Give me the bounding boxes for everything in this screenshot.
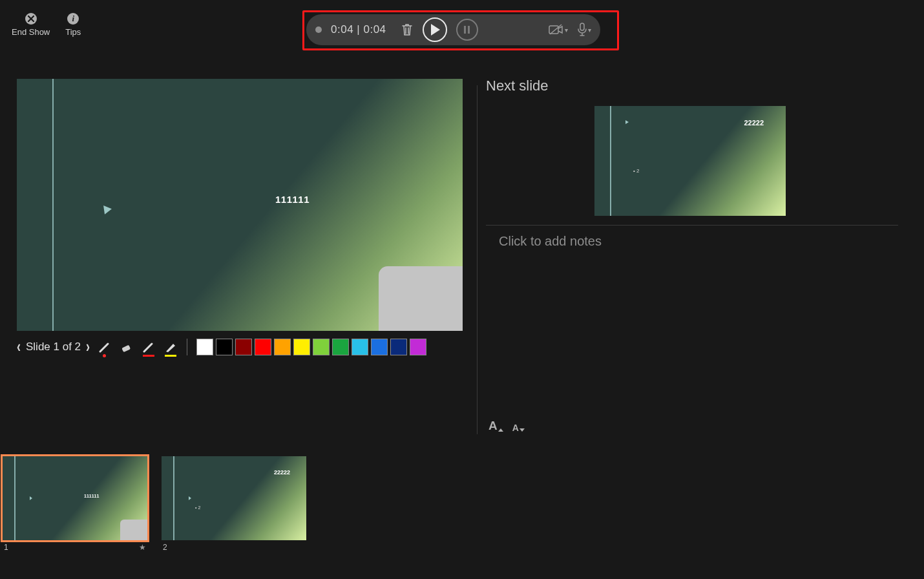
thumb-title: 22222 [274, 469, 290, 476]
slide-index-label: Slide 1 of 2 [26, 341, 81, 353]
slide-arrow-shape [103, 204, 112, 215]
font-small-glyph: A [512, 423, 519, 433]
elapsed-time: 0:04 [331, 23, 353, 36]
color-swatch[interactable] [293, 339, 310, 355]
svg-rect-3 [121, 345, 131, 352]
font-big-glyph: A [488, 419, 498, 433]
next-slide-preview: 22222 • 2 [594, 106, 786, 216]
tips-label: Tips [65, 27, 81, 37]
delete-recording-button[interactable] [401, 23, 414, 37]
pen-tool[interactable] [142, 340, 156, 354]
next-slide-title: 22222 [744, 119, 764, 127]
eraser-tool[interactable] [120, 340, 134, 354]
thumb-title: 111111 [84, 494, 99, 498]
pause-button[interactable] [456, 19, 478, 41]
record-indicator-icon [315, 26, 322, 33]
next-slide-label: Next slide [486, 78, 898, 94]
color-swatch[interactable] [196, 339, 213, 355]
notes-area[interactable]: Click to add notes [499, 234, 602, 249]
highlighter-tool[interactable] [163, 340, 178, 354]
play-button[interactable] [423, 17, 447, 42]
info-icon: i [67, 13, 79, 25]
triangle-down-icon [520, 428, 525, 432]
next-slide-bullet: • 2 [633, 168, 639, 174]
slide-title: 111111 [275, 194, 310, 205]
decrease-font-button[interactable]: A [512, 419, 525, 433]
prev-slide-button[interactable]: ‹ [17, 337, 21, 356]
camera-overlay [120, 520, 147, 540]
close-icon [25, 13, 37, 25]
color-swatch[interactable] [274, 339, 291, 355]
current-slide-preview: 111111 [17, 79, 463, 331]
toolbar-separator [187, 339, 187, 355]
svg-rect-2 [580, 23, 584, 30]
vertical-divider [477, 85, 478, 434]
color-swatch[interactable] [352, 339, 368, 355]
color-swatch[interactable] [332, 339, 349, 355]
color-swatch[interactable] [371, 339, 388, 355]
camera-toggle-button[interactable]: ▾ [549, 24, 568, 36]
color-swatch[interactable] [313, 339, 330, 355]
next-slide-button[interactable]: › [86, 337, 90, 356]
thumb-bullet: • 2 [195, 505, 200, 510]
slide-nav-toolbar: ‹ Slide 1 of 2 › [17, 339, 426, 355]
end-show-label: End Show [12, 27, 50, 37]
slide-arrow-shape [30, 496, 32, 500]
triangle-up-icon [498, 428, 503, 432]
recording-bar: 0:04 | 0:04 ▾ ▾ [306, 14, 600, 45]
chevron-down-icon: ▾ [588, 26, 591, 34]
camera-overlay [379, 266, 463, 331]
slide-arrow-shape [189, 496, 191, 500]
color-swatch[interactable] [216, 339, 233, 355]
thumbnail-strip: 1111111★22222• 22 [3, 456, 306, 552]
increase-font-button[interactable]: A [488, 419, 503, 433]
horizontal-divider [486, 225, 898, 226]
color-swatch-row [196, 339, 426, 355]
play-icon [431, 24, 440, 36]
color-swatch[interactable] [410, 339, 426, 355]
laser-pointer-tool[interactable] [98, 340, 112, 354]
recording-time: 0:04 | 0:04 [331, 23, 386, 36]
thumb-number: 2 [163, 543, 167, 552]
slide-arrow-shape [625, 120, 629, 124]
color-swatch[interactable] [390, 339, 407, 355]
next-slide-panel: Next slide 22222 • 2 [486, 78, 898, 103]
total-time: 0:04 [363, 23, 386, 36]
tips-button[interactable]: i Tips [65, 13, 81, 37]
microphone-toggle-button[interactable]: ▾ [577, 23, 591, 37]
chevron-down-icon: ▾ [565, 26, 568, 34]
thumbnail[interactable]: 22222• 22 [162, 456, 306, 552]
thumb-number: 1 [4, 543, 8, 552]
svg-rect-0 [549, 26, 558, 34]
thumbnail[interactable]: 1111111★ [3, 456, 147, 552]
color-swatch[interactable] [255, 339, 271, 355]
end-show-button[interactable]: End Show [12, 13, 50, 37]
star-icon: ★ [139, 543, 146, 552]
pause-icon [464, 26, 470, 34]
color-swatch[interactable] [235, 339, 252, 355]
